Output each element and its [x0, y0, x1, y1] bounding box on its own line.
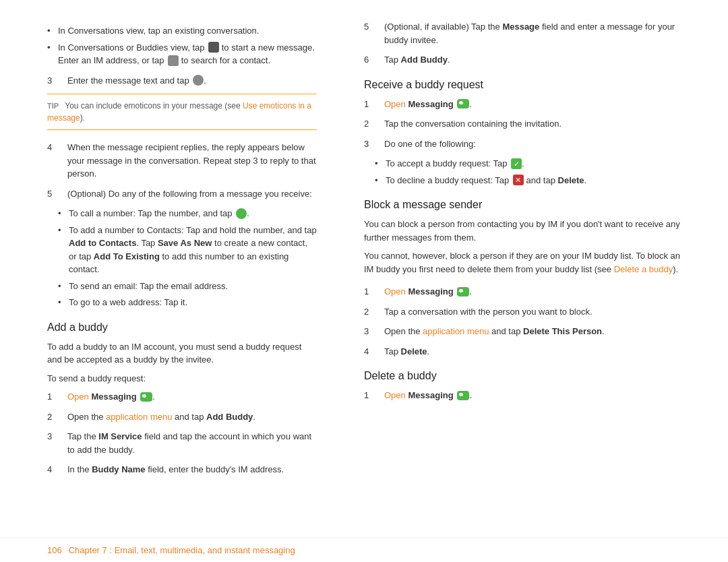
step-5-bullet-3: To send an email: Tap the email address.	[58, 280, 317, 293]
receive-step-3: 3 Do one of the following:	[364, 137, 688, 151]
app-menu-link-1[interactable]: application menu	[106, 412, 172, 422]
left-column: In Conversations view, tap an existing c…	[0, 20, 344, 535]
step-5-content: (Optional) Do any of the following from …	[67, 187, 317, 201]
intro-bullet-2: In Conversations or Buddies view, tap to…	[47, 41, 317, 67]
step-3-content: Enter the message text and tap .	[67, 74, 317, 88]
right-step-6: 6 Tap Add Buddy.	[364, 53, 688, 67]
step-5-bullet-4: To go to a web address: Tap it.	[58, 296, 317, 309]
emoticons-link[interactable]: Use emoticons in a message	[47, 101, 311, 123]
add-buddy-step-1-num: 1	[47, 390, 67, 404]
block-step-1-num: 1	[364, 285, 384, 299]
step-3-num: 3	[47, 74, 67, 88]
add-buddy-heading: Add a buddy	[47, 321, 317, 334]
block-step-2-num: 2	[364, 305, 384, 319]
block-sender-heading: Block a message sender	[364, 199, 688, 211]
receive-step-2-num: 2	[364, 117, 384, 131]
right-step-6-num: 6	[364, 53, 384, 67]
open-label-3: Open	[384, 286, 406, 296]
receive-buddy-heading: Receive a buddy request	[364, 79, 688, 91]
intro-bullets: In Conversations view, tap an existing c…	[47, 24, 317, 67]
receive-step-2-content: Tap the conversation containing the invi…	[384, 117, 688, 131]
block-step-1: 1 Open Messaging .	[364, 285, 688, 299]
delete-buddy-link[interactable]: Delete a buddy	[614, 264, 673, 274]
footer-bar: 106 Chapter 7 : Email, text, multimedia,…	[0, 538, 728, 562]
delete-step-1: 1 Open Messaging .	[364, 389, 688, 402]
open-label-2: Open	[384, 99, 406, 109]
step-3: 3 Enter the message text and tap .	[47, 74, 317, 88]
send-icon	[193, 75, 204, 86]
delete-buddy-heading: Delete a buddy	[364, 370, 688, 382]
search-icon	[168, 55, 179, 66]
add-buddy-step-2: 2 Open the application menu and tap Add …	[47, 410, 317, 424]
add-buddy-step-3: 3 Tap the IM Service field and tap the a…	[47, 430, 317, 456]
check-icon: ✓	[511, 158, 522, 169]
tip-text: You can include emoticons in your messag…	[47, 101, 311, 123]
footer-chapter: Chapter 7 : Email, text, multimedia, and…	[69, 545, 295, 555]
add-buddy-step-1-content: Open Messaging .	[67, 390, 317, 404]
step-5-num: 5	[47, 187, 67, 201]
add-buddy-para1: To add a buddy to an IM account, you mus…	[47, 340, 317, 367]
right-step-6-content: Tap Add Buddy.	[384, 53, 688, 67]
receive-step-1-num: 1	[364, 98, 384, 111]
block-para2: You cannot, however, block a person if t…	[364, 249, 688, 276]
messaging-icon-3	[457, 287, 469, 296]
receive-step-3-content: Do one of the following:	[384, 137, 688, 151]
delete-step-1-num: 1	[364, 389, 384, 402]
page-container: In Conversations view, tap an existing c…	[0, 0, 728, 562]
open-label-4: Open	[384, 390, 406, 400]
step-5-bullet-1: To call a number: Tap the number, and ta…	[58, 207, 317, 220]
add-buddy-step-3-num: 3	[47, 430, 67, 456]
block-step-4-num: 4	[364, 345, 384, 358]
messaging-icon-1	[140, 392, 152, 402]
add-buddy-para2: To send a buddy request:	[47, 372, 317, 385]
add-buddy-step-3-content: Tap the IM Service field and tap the acc…	[67, 430, 317, 456]
messaging-icon-2	[457, 99, 469, 108]
block-step-2: 2 Tap a conversation with the person you…	[364, 305, 688, 319]
step-4-num: 4	[47, 141, 67, 181]
tip-box: TIP You can include emoticons in your me…	[47, 94, 317, 130]
block-step-3-num: 3	[364, 325, 384, 338]
receive-step-2: 2 Tap the conversation containing the in…	[364, 117, 688, 131]
receive-step-3-bullets: To accept a buddy request: Tap ✓. To dec…	[375, 157, 688, 187]
receive-step-3-num: 3	[364, 137, 384, 151]
step-4-content: When the message recipient replies, the …	[67, 141, 317, 181]
receive-step-1-content: Open Messaging .	[384, 98, 688, 111]
step-4: 4 When the message recipient replies, th…	[47, 141, 317, 181]
right-step-5-content: (Optional, if available) Tap the Message…	[384, 20, 688, 46]
step-5: 5 (Optional) Do any of the following fro…	[47, 187, 317, 201]
step-5-bullets: To call a number: Tap the number, and ta…	[58, 207, 317, 309]
add-buddy-step-2-content: Open the application menu and tap Add Bu…	[67, 410, 317, 424]
add-buddy-step-4-content: In the Buddy Name field, enter the buddy…	[67, 463, 317, 476]
newmsg-icon	[208, 42, 219, 53]
add-buddy-step-4: 4 In the Buddy Name field, enter the bud…	[47, 463, 317, 476]
add-buddy-step-2-num: 2	[47, 410, 67, 424]
call-icon	[236, 208, 247, 219]
tip-label: TIP	[47, 102, 59, 110]
footer-page-num: 106	[47, 545, 62, 555]
x-icon: ✕	[513, 175, 524, 185]
messaging-icon-4	[457, 391, 469, 400]
add-buddy-step-1: 1 Open Messaging .	[47, 390, 317, 404]
intro-bullet-1: In Conversations view, tap an existing c…	[47, 24, 317, 38]
step-5-bullet-2: To add a number to Contacts: Tap and hol…	[58, 224, 317, 276]
right-step-5-num: 5	[364, 20, 384, 46]
app-menu-link-2[interactable]: application menu	[423, 326, 489, 336]
block-step-4-content: Tap Delete.	[384, 345, 688, 358]
block-step-4: 4 Tap Delete.	[364, 345, 688, 358]
block-step-2-content: Tap a conversation with the person you w…	[384, 305, 688, 319]
accept-bullet: To accept a buddy request: Tap ✓.	[375, 157, 688, 170]
right-step-5: 5 (Optional, if available) Tap the Messa…	[364, 20, 688, 46]
block-step-3: 3 Open the application menu and tap Dele…	[364, 325, 688, 338]
block-step-1-content: Open Messaging .	[384, 285, 688, 299]
block-para1: You can block a person from contacting y…	[364, 218, 688, 244]
block-step-3-content: Open the application menu and tap Delete…	[384, 325, 688, 338]
receive-step-1: 1 Open Messaging .	[364, 98, 688, 111]
open-label-1: Open	[67, 392, 89, 402]
right-column: 5 (Optional, if available) Tap the Messa…	[344, 20, 728, 535]
delete-step-1-content: Open Messaging .	[384, 389, 688, 402]
add-buddy-step-4-num: 4	[47, 463, 67, 476]
decline-bullet: To decline a buddy request: Tap ✕ and ta…	[375, 174, 688, 187]
